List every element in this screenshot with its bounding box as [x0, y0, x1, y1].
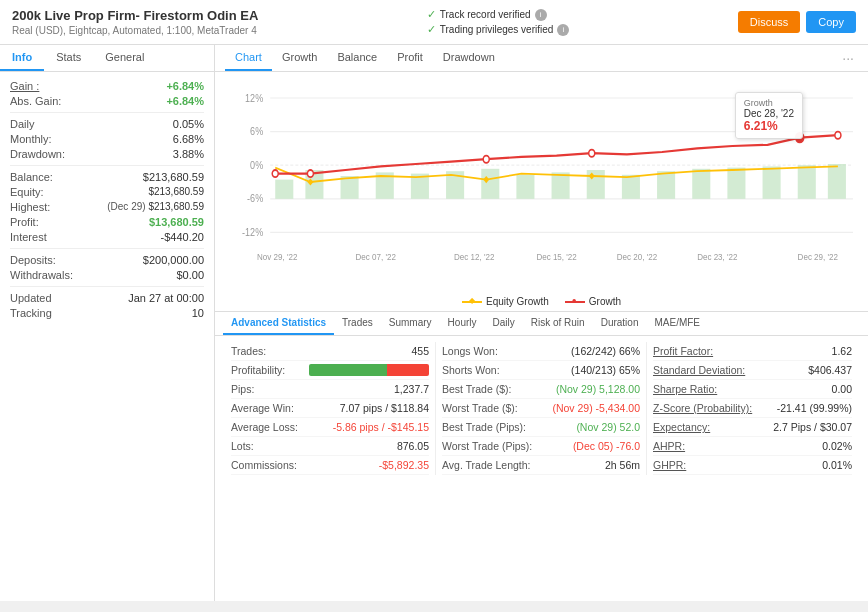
stat-expectancy: Expectancy: 2.7 Pips / $30.07	[653, 418, 852, 437]
tab-advanced-statistics[interactable]: Advanced Statistics	[223, 312, 334, 335]
tab-info[interactable]: Info	[0, 45, 44, 71]
header: 200k Live Prop Firm- Firestorm Odin EA R…	[0, 0, 868, 45]
expectancy-label[interactable]: Expectancy:	[653, 421, 710, 433]
balance-value: $213,680.59	[143, 171, 204, 183]
trades-value: 455	[411, 345, 429, 357]
tab-duration[interactable]: Duration	[593, 312, 647, 335]
check-icon-2: ✓	[427, 23, 436, 36]
stat-std-dev: Standard Deviation: $406.437	[653, 361, 852, 380]
stat-abs-gain: Abs. Gain: +6.84%	[10, 95, 204, 107]
svg-rect-19	[587, 170, 605, 199]
tab-risk-of-ruin[interactable]: Risk of Ruin	[523, 312, 593, 335]
sharpe-label[interactable]: Sharpe Ratio:	[653, 383, 717, 395]
profit-green-bar	[309, 364, 387, 376]
stat-profit: Profit: $13,680.59	[10, 216, 204, 228]
right-panel: Chart Growth Balance Profit Drawdown ···…	[215, 45, 868, 601]
stat-tracking: Tracking 10	[10, 307, 204, 319]
chart-tabs-left: Chart Growth Balance Profit Drawdown	[225, 45, 505, 71]
stat-ahpr: AHPR: 0.02%	[653, 437, 852, 456]
svg-text:Dec 20, '22: Dec 20, '22	[617, 251, 657, 262]
stat-pips: Pips: 1,237.7	[231, 380, 429, 399]
legend-equity-label: Equity Growth	[486, 296, 549, 307]
profit-factor-label[interactable]: Profit Factor:	[653, 345, 713, 357]
profit-label: Profit:	[10, 216, 39, 228]
stat-profit-factor: Profit Factor: 1.62	[653, 342, 852, 361]
deposits-label: Deposits:	[10, 254, 56, 266]
svg-point-33	[589, 150, 595, 157]
svg-rect-18	[552, 172, 570, 198]
best-trade-value: (Nov 29) 5,128.00	[556, 383, 640, 395]
legend-growth-label: Growth	[589, 296, 621, 307]
info-icon-1[interactable]: i	[535, 9, 547, 21]
copy-button[interactable]: Copy	[806, 11, 856, 33]
chart-tab-chart[interactable]: Chart	[225, 45, 272, 71]
tab-daily[interactable]: Daily	[485, 312, 523, 335]
pips-label: Pips:	[231, 383, 254, 395]
stat-sharpe: Sharpe Ratio: 0.00	[653, 380, 852, 399]
verified-label-1: Track record verified	[440, 9, 531, 20]
avg-loss-label: Average Loss:	[231, 421, 298, 433]
chart-tab-balance[interactable]: Balance	[327, 45, 387, 71]
tab-trades[interactable]: Trades	[334, 312, 381, 335]
legend-equity: Equity Growth	[462, 296, 549, 307]
stat-zscore: Z-Score (Probability): -21.41 (99.99%)	[653, 399, 852, 418]
interest-value: -$440.20	[161, 231, 204, 243]
tab-summary[interactable]: Summary	[381, 312, 440, 335]
info-icon-2[interactable]: i	[557, 24, 569, 36]
stat-monthly: Monthly: 6.68%	[10, 133, 204, 145]
svg-rect-21	[657, 171, 675, 199]
stat-best-trade: Best Trade ($): (Nov 29) 5,128.00	[442, 380, 640, 399]
commissions-value: -$5,892.35	[379, 459, 429, 471]
gain-label: Gain :	[10, 80, 39, 92]
chart-tab-growth[interactable]: Growth	[272, 45, 327, 71]
svg-point-34	[796, 133, 804, 143]
daily-value: 0.05%	[173, 118, 204, 130]
balance-label: Balance:	[10, 171, 53, 183]
tab-general[interactable]: General	[93, 45, 156, 71]
stat-profitability: Profitability:	[231, 361, 429, 380]
svg-text:Dec 29, '22: Dec 29, '22	[798, 251, 838, 262]
svg-rect-25	[798, 165, 816, 199]
svg-text:6%: 6%	[250, 125, 263, 137]
stat-deposits: Deposits: $200,000.00	[10, 254, 204, 266]
stat-shorts-won: Shorts Won: (140/213) 65%	[442, 361, 640, 380]
worst-trade-pips-value: (Dec 05) -76.0	[573, 440, 640, 452]
highest-label: Highest:	[10, 201, 50, 213]
best-trade-label: Best Trade ($):	[442, 383, 511, 395]
shorts-won-label: Shorts Won:	[442, 364, 500, 376]
check-icon-1: ✓	[427, 8, 436, 21]
svg-text:Nov 29, '22: Nov 29, '22	[257, 251, 297, 262]
left-panel: Info Stats General Gain : +6.84% Abs. Ga…	[0, 45, 215, 601]
chart-tab-drawdown[interactable]: Drawdown	[433, 45, 505, 71]
discuss-button[interactable]: Discuss	[738, 11, 801, 33]
svg-rect-10	[275, 180, 293, 199]
chart-tab-profit[interactable]: Profit	[387, 45, 433, 71]
stat-commissions: Commissions: -$5,892.35	[231, 456, 429, 475]
page-subtitle: Real (USD), Eightcap, Automated, 1:100, …	[12, 25, 258, 36]
tab-mae-mfe[interactable]: MAE/MFE	[646, 312, 708, 335]
ahpr-label[interactable]: AHPR:	[653, 440, 685, 452]
drawdown-label: Drawdown:	[10, 148, 65, 160]
trades-label: Trades:	[231, 345, 266, 357]
svg-rect-24	[763, 166, 781, 198]
ghpr-value: 0.01%	[822, 459, 852, 471]
stat-equity: Equity: $213,680.59	[10, 186, 204, 198]
tab-hourly[interactable]: Hourly	[440, 312, 485, 335]
svg-point-35	[835, 132, 841, 139]
page-title: 200k Live Prop Firm- Firestorm Odin EA	[12, 8, 258, 23]
worst-trade-value: (Nov 29) -5,434.00	[552, 402, 640, 414]
avg-win-value: 7.07 pips / $118.84	[340, 402, 429, 414]
stat-best-trade-pips: Best Trade (Pips): (Nov 29) 52.0	[442, 418, 640, 437]
zscore-label[interactable]: Z-Score (Probability):	[653, 402, 752, 414]
svg-rect-17	[516, 175, 534, 199]
ghpr-label[interactable]: GHPR:	[653, 459, 686, 471]
ahpr-value: 0.02%	[822, 440, 852, 452]
tab-stats[interactable]: Stats	[44, 45, 93, 71]
chart-menu-icon[interactable]: ···	[838, 46, 858, 70]
shorts-won-value: (140/213) 65%	[571, 364, 640, 376]
svg-point-31	[307, 170, 313, 177]
stat-avg-win: Average Win: 7.07 pips / $118.84	[231, 399, 429, 418]
std-dev-label[interactable]: Standard Deviation:	[653, 364, 745, 376]
interest-label: Interest	[10, 231, 47, 243]
stat-worst-trade-pips: Worst Trade (Pips): (Dec 05) -76.0	[442, 437, 640, 456]
